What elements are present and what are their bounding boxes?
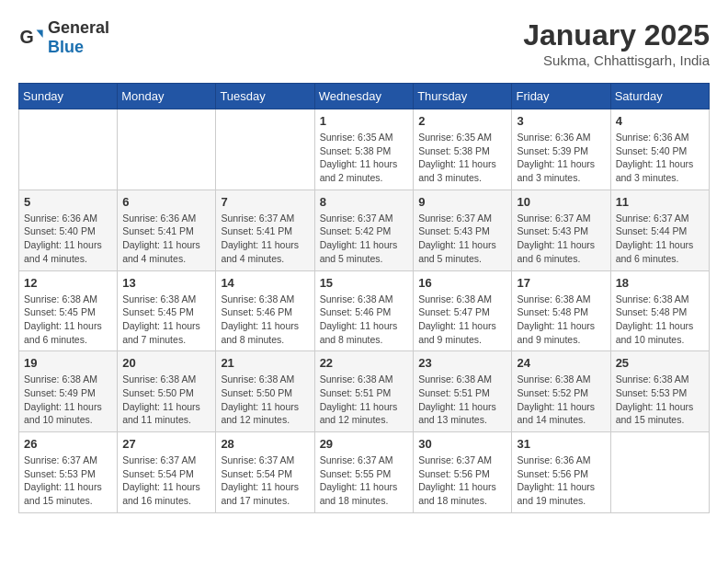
calendar-cell: 31Sunrise: 6:36 AM Sunset: 5:56 PM Dayli… [512, 432, 610, 513]
day-number: 8 [320, 195, 409, 209]
day-number: 18 [616, 276, 704, 290]
day-of-week-header: Wednesday [314, 84, 414, 109]
day-number: 5 [24, 195, 112, 209]
day-number: 25 [616, 356, 704, 370]
calendar-cell [118, 109, 216, 190]
calendar-header-row: SundayMondayTuesdayWednesdayThursdayFrid… [19, 84, 710, 109]
calendar-cell: 30Sunrise: 6:37 AM Sunset: 5:56 PM Dayli… [414, 432, 512, 513]
title-block: January 2025 Sukma, Chhattisgarh, India [523, 18, 710, 68]
day-number: 12 [24, 276, 112, 290]
calendar-cell: 19Sunrise: 6:38 AM Sunset: 5:49 PM Dayli… [19, 351, 118, 432]
calendar-cell: 23Sunrise: 6:38 AM Sunset: 5:51 PM Dayli… [414, 351, 512, 432]
day-number: 31 [517, 437, 605, 451]
day-info: Sunrise: 6:38 AM Sunset: 5:48 PM Dayligh… [517, 293, 605, 347]
day-number: 27 [122, 437, 210, 451]
calendar-cell: 28Sunrise: 6:37 AM Sunset: 5:54 PM Dayli… [216, 432, 314, 513]
day-number: 16 [418, 276, 506, 290]
day-number: 17 [517, 276, 605, 290]
month-title: January 2025 [523, 18, 710, 52]
calendar-cell: 11Sunrise: 6:37 AM Sunset: 5:44 PM Dayli… [610, 190, 709, 270]
day-number: 6 [122, 195, 210, 209]
calendar-cell: 18Sunrise: 6:38 AM Sunset: 5:48 PM Dayli… [610, 270, 709, 351]
calendar-cell: 20Sunrise: 6:38 AM Sunset: 5:50 PM Dayli… [118, 351, 216, 432]
day-info: Sunrise: 6:37 AM Sunset: 5:54 PM Dayligh… [122, 454, 210, 508]
day-info: Sunrise: 6:37 AM Sunset: 5:54 PM Dayligh… [221, 454, 309, 508]
calendar-week-row: 19Sunrise: 6:38 AM Sunset: 5:49 PM Dayli… [19, 351, 710, 432]
calendar-cell: 10Sunrise: 6:37 AM Sunset: 5:43 PM Dayli… [512, 190, 610, 270]
day-info: Sunrise: 6:36 AM Sunset: 5:41 PM Dayligh… [122, 212, 210, 266]
day-of-week-header: Tuesday [216, 84, 314, 109]
calendar-cell: 8Sunrise: 6:37 AM Sunset: 5:42 PM Daylig… [314, 190, 414, 270]
calendar-week-row: 1Sunrise: 6:35 AM Sunset: 5:38 PM Daylig… [19, 109, 710, 190]
calendar-cell: 16Sunrise: 6:38 AM Sunset: 5:47 PM Dayli… [414, 270, 512, 351]
day-info: Sunrise: 6:36 AM Sunset: 5:40 PM Dayligh… [616, 131, 704, 185]
day-info: Sunrise: 6:38 AM Sunset: 5:50 PM Dayligh… [122, 373, 210, 427]
day-number: 10 [517, 195, 605, 209]
calendar-cell [216, 109, 314, 190]
day-of-week-header: Thursday [414, 84, 512, 109]
day-info: Sunrise: 6:38 AM Sunset: 5:50 PM Dayligh… [221, 373, 309, 427]
day-of-week-header: Friday [512, 84, 610, 109]
day-number: 28 [221, 437, 309, 451]
calendar-cell: 21Sunrise: 6:38 AM Sunset: 5:50 PM Dayli… [216, 351, 314, 432]
day-number: 20 [122, 356, 210, 370]
calendar-week-row: 12Sunrise: 6:38 AM Sunset: 5:45 PM Dayli… [19, 270, 710, 351]
calendar-cell: 12Sunrise: 6:38 AM Sunset: 5:45 PM Dayli… [19, 270, 118, 351]
day-info: Sunrise: 6:38 AM Sunset: 5:51 PM Dayligh… [418, 373, 506, 427]
logo-icon: G [18, 25, 44, 51]
day-number: 15 [320, 276, 409, 290]
logo-text-blue: Blue [48, 38, 84, 56]
day-info: Sunrise: 6:36 AM Sunset: 5:40 PM Dayligh… [24, 212, 112, 266]
calendar-cell: 22Sunrise: 6:38 AM Sunset: 5:51 PM Dayli… [314, 351, 414, 432]
day-info: Sunrise: 6:36 AM Sunset: 5:56 PM Dayligh… [517, 454, 605, 508]
logo-text-general: General [48, 18, 109, 37]
calendar-cell: 1Sunrise: 6:35 AM Sunset: 5:38 PM Daylig… [314, 109, 414, 190]
calendar-cell [610, 432, 709, 513]
day-info: Sunrise: 6:35 AM Sunset: 5:38 PM Dayligh… [418, 131, 506, 185]
day-info: Sunrise: 6:38 AM Sunset: 5:46 PM Dayligh… [320, 293, 409, 347]
location: Sukma, Chhattisgarh, India [523, 52, 710, 68]
day-info: Sunrise: 6:38 AM Sunset: 5:47 PM Dayligh… [418, 293, 506, 347]
calendar-cell: 29Sunrise: 6:37 AM Sunset: 5:55 PM Dayli… [314, 432, 414, 513]
day-number: 13 [122, 276, 210, 290]
calendar-cell: 26Sunrise: 6:37 AM Sunset: 5:53 PM Dayli… [19, 432, 118, 513]
day-number: 11 [616, 195, 704, 209]
day-info: Sunrise: 6:38 AM Sunset: 5:53 PM Dayligh… [616, 373, 704, 427]
calendar-cell: 9Sunrise: 6:37 AM Sunset: 5:43 PM Daylig… [414, 190, 512, 270]
calendar-cell: 13Sunrise: 6:38 AM Sunset: 5:45 PM Dayli… [118, 270, 216, 351]
calendar-cell: 14Sunrise: 6:38 AM Sunset: 5:46 PM Dayli… [216, 270, 314, 351]
day-info: Sunrise: 6:37 AM Sunset: 5:53 PM Dayligh… [24, 454, 112, 508]
day-number: 23 [418, 356, 506, 370]
day-info: Sunrise: 6:38 AM Sunset: 5:46 PM Dayligh… [221, 293, 309, 347]
day-info: Sunrise: 6:37 AM Sunset: 5:56 PM Dayligh… [418, 454, 506, 508]
day-number: 29 [320, 437, 409, 451]
day-number: 3 [517, 114, 605, 128]
calendar-table: SundayMondayTuesdayWednesdayThursdayFrid… [18, 83, 710, 513]
calendar-cell: 4Sunrise: 6:36 AM Sunset: 5:40 PM Daylig… [610, 109, 709, 190]
day-number: 19 [24, 356, 112, 370]
day-of-week-header: Saturday [610, 84, 709, 109]
day-of-week-header: Monday [118, 84, 216, 109]
day-info: Sunrise: 6:36 AM Sunset: 5:39 PM Dayligh… [517, 131, 605, 185]
svg-text:G: G [19, 27, 33, 47]
day-of-week-header: Sunday [19, 84, 118, 109]
calendar-cell: 25Sunrise: 6:38 AM Sunset: 5:53 PM Dayli… [610, 351, 709, 432]
day-number: 24 [517, 356, 605, 370]
day-info: Sunrise: 6:37 AM Sunset: 5:42 PM Dayligh… [320, 212, 409, 266]
logo: G General Blue [18, 18, 109, 57]
day-number: 22 [320, 356, 409, 370]
calendar-week-row: 5Sunrise: 6:36 AM Sunset: 5:40 PM Daylig… [19, 190, 710, 270]
day-info: Sunrise: 6:35 AM Sunset: 5:38 PM Dayligh… [320, 131, 409, 185]
calendar-cell: 3Sunrise: 6:36 AM Sunset: 5:39 PM Daylig… [512, 109, 610, 190]
day-info: Sunrise: 6:38 AM Sunset: 5:45 PM Dayligh… [24, 293, 112, 347]
day-number: 9 [418, 195, 506, 209]
day-info: Sunrise: 6:37 AM Sunset: 5:43 PM Dayligh… [418, 212, 506, 266]
day-number: 2 [418, 114, 506, 128]
calendar-cell: 6Sunrise: 6:36 AM Sunset: 5:41 PM Daylig… [118, 190, 216, 270]
day-number: 26 [24, 437, 112, 451]
day-number: 1 [320, 114, 409, 128]
day-info: Sunrise: 6:37 AM Sunset: 5:44 PM Dayligh… [616, 212, 704, 266]
day-number: 21 [221, 356, 309, 370]
svg-marker-1 [37, 30, 43, 38]
day-info: Sunrise: 6:38 AM Sunset: 5:49 PM Dayligh… [24, 373, 112, 427]
